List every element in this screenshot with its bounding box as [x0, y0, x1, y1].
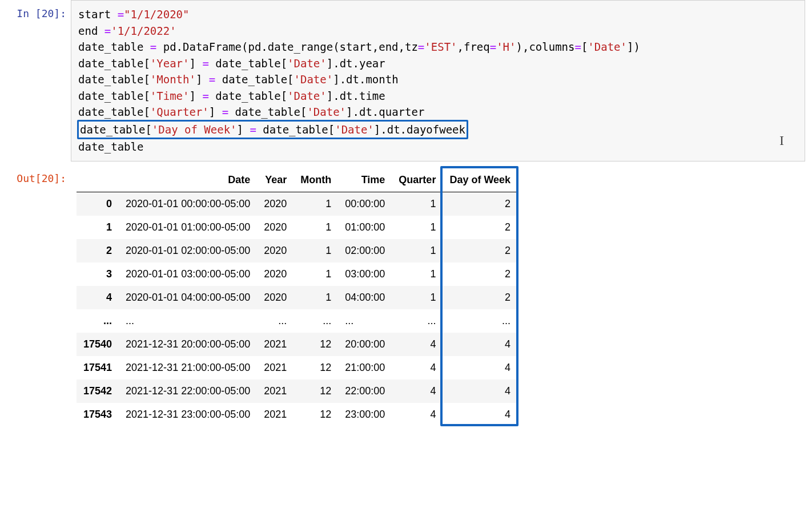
row-index: 2 — [77, 239, 119, 262]
cell: 03:00:00 — [338, 262, 392, 286]
output-area: Date Year Month Time Quarter Day of Week… — [71, 165, 812, 429]
row-index: 1 — [77, 216, 119, 239]
input-cell: In [20]: start ="1/1/2020" end ='1/1/202… — [0, 0, 812, 161]
code-line-9: date_table — [78, 140, 143, 153]
cell: 2 — [443, 239, 517, 262]
output-prompt-label: Out[20]: — [0, 165, 71, 186]
cell: 2 — [443, 262, 517, 286]
row-index: 3 — [77, 262, 119, 286]
cell: 2021 — [257, 379, 294, 403]
cell: 2021-12-31 21:00:00-05:00 — [119, 356, 257, 379]
row-index: 17543 — [77, 403, 119, 426]
cell: 20:00:00 — [338, 333, 392, 356]
cell: 01:00:00 — [338, 216, 392, 239]
cell: 4 — [443, 356, 517, 379]
row-index: 17541 — [77, 356, 119, 379]
code-line-7: date_table['Quarter'] = date_table['Date… — [78, 106, 424, 118]
code-line-1: start ="1/1/2020" — [78, 8, 189, 21]
col-quarter: Quarter — [392, 168, 443, 192]
code-line-3: date_table = pd.DataFrame(pd.date_range(… — [78, 41, 640, 53]
output-cell: Out[20]: Date Year Month Time Quarter Da… — [0, 165, 812, 429]
table-row: 175402021-12-31 20:00:00-05:0020211220:0… — [77, 333, 517, 356]
cell: 23:00:00 — [338, 403, 392, 426]
table-row: 42020-01-01 04:00:00-05:002020104:00:001… — [77, 286, 517, 309]
row-index: 0 — [77, 192, 119, 216]
code-line-4: date_table['Year'] = date_table['Date'].… — [78, 57, 385, 70]
cell: 1 — [294, 192, 338, 216]
cell: ... — [257, 309, 294, 333]
table-row: 12020-01-01 01:00:00-05:002020101:00:001… — [77, 216, 517, 239]
cell: 2021 — [257, 403, 294, 426]
table-header-row: Date Year Month Time Quarter Day of Week — [77, 168, 517, 192]
cell: 12 — [294, 333, 338, 356]
cell: 1 — [392, 286, 443, 309]
col-time: Time — [338, 168, 392, 192]
cell: 1 — [294, 262, 338, 286]
row-index: 4 — [77, 286, 119, 309]
cell: 4 — [443, 403, 517, 426]
cell: 1 — [392, 239, 443, 262]
cell: 12 — [294, 403, 338, 426]
table-row: 32020-01-01 03:00:00-05:002020103:00:001… — [77, 262, 517, 286]
cell: 4 — [392, 356, 443, 379]
cell: 1 — [392, 262, 443, 286]
cell: ... — [338, 309, 392, 333]
row-index: 17540 — [77, 333, 119, 356]
table-row: 22020-01-01 02:00:00-05:002020102:00:001… — [77, 239, 517, 262]
col-year: Year — [257, 168, 294, 192]
table-row: ..................... — [77, 309, 517, 333]
cell: 2021 — [257, 356, 294, 379]
col-month: Month — [294, 168, 338, 192]
cell: 2020 — [257, 239, 294, 262]
cell: 2020-01-01 04:00:00-05:00 — [119, 286, 257, 309]
dataframe-table: Date Year Month Time Quarter Day of Week… — [77, 168, 517, 426]
col-dayofweek: Day of Week — [443, 168, 517, 192]
cell: 4 — [443, 333, 517, 356]
cell: 22:00:00 — [338, 379, 392, 403]
cell: 12 — [294, 379, 338, 403]
cell: 2021-12-31 22:00:00-05:00 — [119, 379, 257, 403]
cell: 02:00:00 — [338, 239, 392, 262]
row-index: 17542 — [77, 379, 119, 403]
col-index — [77, 168, 119, 192]
cell: 4 — [392, 379, 443, 403]
cell: 00:00:00 — [338, 192, 392, 216]
cell: 2020 — [257, 192, 294, 216]
cell: 2020 — [257, 262, 294, 286]
code-line-6: date_table['Time'] = date_table['Date'].… — [78, 90, 385, 102]
cell: 21:00:00 — [338, 356, 392, 379]
cell: 2020-01-01 01:00:00-05:00 — [119, 216, 257, 239]
cell: 2 — [443, 192, 517, 216]
cell: ... — [443, 309, 517, 333]
cell: 2020-01-01 03:00:00-05:00 — [119, 262, 257, 286]
table-row: 175412021-12-31 21:00:00-05:0020211221:0… — [77, 356, 517, 379]
cell: 12 — [294, 356, 338, 379]
cell: 1 — [294, 216, 338, 239]
cell: 2021-12-31 23:00:00-05:00 — [119, 403, 257, 426]
code-editor[interactable]: start ="1/1/2020" end ='1/1/2022' date_t… — [71, 0, 805, 161]
cell: 2021-12-31 20:00:00-05:00 — [119, 333, 257, 356]
cell: 2 — [443, 286, 517, 309]
cell: 2021 — [257, 333, 294, 356]
cell: 1 — [392, 216, 443, 239]
cell: 2020 — [257, 286, 294, 309]
text-cursor-icon: I — [779, 130, 784, 151]
code-line-5: date_table['Month'] = date_table['Date']… — [78, 73, 399, 86]
cell: 4 — [392, 403, 443, 426]
row-index: ... — [77, 309, 119, 333]
col-date: Date — [119, 168, 257, 192]
cell: 1 — [294, 286, 338, 309]
cell: 2020 — [257, 216, 294, 239]
code-line-2: end ='1/1/2022' — [78, 25, 176, 37]
cell: 1 — [392, 192, 443, 216]
table-row: 175422021-12-31 22:00:00-05:0020211222:0… — [77, 379, 517, 403]
cell: 2020-01-01 00:00:00-05:00 — [119, 192, 257, 216]
cell: ... — [119, 309, 257, 333]
cell: ... — [294, 309, 338, 333]
table-row: 02020-01-01 00:00:00-05:002020100:00:001… — [77, 192, 517, 216]
cell: 04:00:00 — [338, 286, 392, 309]
cell: 2020-01-01 02:00:00-05:00 — [119, 239, 257, 262]
cell: 4 — [392, 333, 443, 356]
table-row: 175432021-12-31 23:00:00-05:0020211223:0… — [77, 403, 517, 426]
cell: ... — [392, 309, 443, 333]
